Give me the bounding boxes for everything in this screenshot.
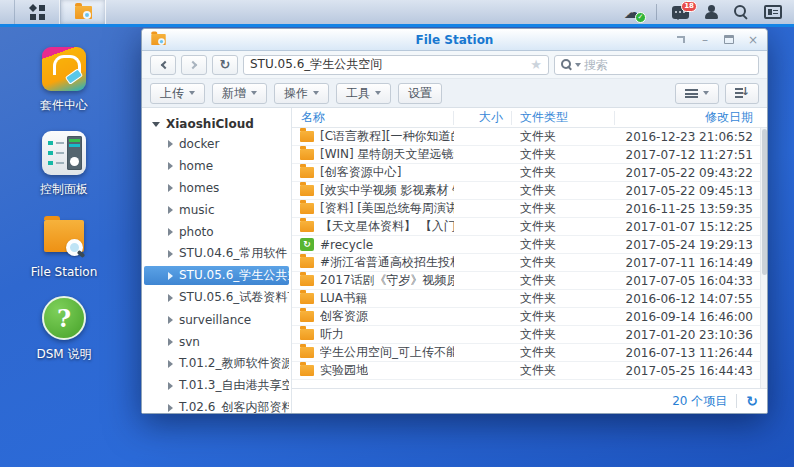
widgets-button[interactable] (764, 5, 782, 19)
status-divider (736, 394, 737, 408)
table-row[interactable]: 【天文星体资料】 【入门手册】 文件夹 2017-01-07 15:12:25 (292, 218, 767, 236)
cloud-sync-button[interactable]: ☁ ✓ (624, 4, 641, 21)
table-row[interactable]: LUA书籍 文件夹 2016-06-12 14:07:55 (292, 290, 767, 308)
table-row[interactable]: [WIN] 星特朗天文望远镜CD软件 文件夹 2017-07-12 11:27:… (292, 146, 767, 164)
sidebar-item[interactable]: svn (144, 332, 289, 351)
folder-icon (300, 329, 314, 340)
upload-button[interactable]: 上传 (150, 83, 205, 104)
table-row[interactable]: [效实中学视频 影视素材 锦集] [... 文件夹 2017-05-22 09:… (292, 182, 767, 200)
table-row[interactable]: 创客资源 文件夹 2016-09-14 16:46:00 (292, 308, 767, 326)
sidebar-item[interactable]: docker (144, 134, 289, 153)
window-titlebar[interactable]: File Station – × (142, 29, 767, 51)
table-row[interactable]: #浙江省普通高校招生投档及分数... 文件夹 2017-07-11 16:14:… (292, 254, 767, 272)
file-type-cell: 文件夹 (512, 146, 615, 163)
chevron-right-icon[interactable] (168, 140, 173, 148)
sidebar-item[interactable]: photo (144, 222, 289, 241)
desktop-icon-label: 控制面板 (40, 181, 88, 198)
column-header-date[interactable]: 修改日期 (615, 111, 767, 125)
notifications-button[interactable]: 18 (672, 6, 689, 19)
sidebar-item[interactable]: music (144, 200, 289, 219)
main-menu-icon (30, 5, 45, 20)
sidebar-item[interactable]: STU.05.6_学生公共空间 (144, 266, 289, 285)
chevron-right-icon[interactable] (168, 294, 173, 302)
column-header-type[interactable]: 文件类型 (512, 111, 615, 125)
table-row[interactable]: 听力 文件夹 2017-01-20 23:10:36 (292, 326, 767, 344)
forward-button[interactable] (181, 55, 207, 75)
scrollbar-thumb[interactable] (762, 129, 767, 275)
chevron-right-icon[interactable] (168, 228, 173, 236)
taskbar-search-button[interactable] (734, 5, 749, 20)
chevron-right-icon[interactable] (168, 206, 173, 214)
create-button[interactable]: 新增 (212, 83, 267, 104)
table-row[interactable]: [C语言教程][一种你知道的第N+... 文件夹 2016-12-23 21:0… (292, 128, 767, 146)
sort-button[interactable] (725, 83, 759, 104)
file-name: 创客资源 (320, 308, 368, 325)
file-name: [C语言教程][一种你知道的第N+... (320, 128, 454, 145)
sidebar-item[interactable]: T.02.6_创客内部资料 (144, 398, 289, 413)
chevron-right-icon[interactable] (168, 184, 173, 192)
refresh-icon: ↻ (220, 57, 231, 72)
table-row[interactable]: [资料] [美国总统每周演讲 he Pr... 文件夹 2016-11-25 1… (292, 200, 767, 218)
view-mode-button[interactable] (675, 83, 719, 104)
chevron-down-icon[interactable] (575, 63, 581, 67)
maximize-button[interactable] (723, 34, 735, 46)
file-type-cell: 文件夹 (512, 164, 615, 181)
search-input[interactable] (584, 58, 752, 72)
sidebar-item[interactable]: T.01.3_自由港共享空间 (144, 376, 289, 395)
chevron-down-icon (313, 91, 319, 95)
chevron-down-icon[interactable] (152, 122, 160, 127)
taskbar-file-station-button[interactable] (60, 0, 106, 24)
scrollbar-track[interactable] (760, 128, 767, 388)
folder-icon (300, 293, 314, 304)
close-button[interactable]: × (747, 34, 759, 46)
tools-button[interactable]: 工具 (336, 83, 391, 104)
refresh-list-button[interactable]: ↻ (746, 394, 758, 408)
column-header-name[interactable]: 名称 (292, 111, 454, 125)
favorite-star-icon[interactable]: ★ (530, 57, 542, 72)
chevron-right-icon[interactable] (168, 382, 173, 390)
desktop-icon-file-station[interactable]: File Station (14, 215, 114, 279)
sidebar-root-label: XiaoshiCloud (166, 117, 254, 131)
chevron-right-icon[interactable] (168, 250, 173, 258)
table-row[interactable]: 学生公用空间_可上传不能删除 文件夹 2016-07-13 11:26:44 (292, 344, 767, 362)
settings-button[interactable]: 设置 (398, 83, 442, 104)
path-field[interactable]: ★ (243, 55, 549, 75)
sidebar-item[interactable]: STU.04.6_常用软件 (144, 244, 289, 263)
chevron-right-icon[interactable] (168, 338, 173, 346)
desktop-icon-package-center[interactable]: 套件中心 (14, 47, 114, 114)
file-name: [资料] [美国总统每周演讲 he Pr... (320, 200, 454, 217)
file-date-cell: 2016-11-25 13:59:35 (615, 202, 767, 216)
sidebar-item[interactable]: homes (144, 178, 289, 197)
action-button[interactable]: 操作 (274, 83, 329, 104)
search-icon (734, 5, 749, 20)
sidebar-item[interactable]: home (144, 156, 289, 175)
column-header-size[interactable]: 大小 (454, 111, 512, 125)
sidebar-item[interactable]: T.01.2_教师软件资源区 (144, 354, 289, 373)
desktop-icon-dsm-help[interactable]: ? DSM 说明 (14, 296, 114, 363)
main-menu-button[interactable] (14, 0, 60, 24)
sidebar-root-item[interactable]: XiaoshiCloud (142, 114, 291, 134)
minimize-button[interactable]: – (699, 34, 711, 46)
sidebar-item[interactable]: STU.05.6_试卷资料下载 (144, 288, 289, 307)
table-row[interactable]: 实验园地 文件夹 2017-05-25 16:44:43 (292, 362, 767, 380)
person-icon (704, 5, 719, 19)
refresh-button[interactable]: ↻ (212, 55, 238, 75)
path-input[interactable] (250, 58, 530, 72)
pin-button[interactable] (675, 34, 687, 46)
sidebar-item[interactable]: surveillance (144, 310, 289, 329)
chevron-right-icon[interactable] (168, 360, 173, 368)
folder-icon (300, 131, 314, 142)
file-date-cell: 2016-07-13 11:26:44 (615, 346, 767, 360)
chevron-right-icon[interactable] (168, 316, 173, 324)
user-menu-button[interactable] (704, 5, 719, 19)
search-box[interactable] (554, 55, 759, 75)
table-row[interactable]: 2017话剧《守岁》视频原文件 文件夹 2017-07-05 16:04:33 (292, 272, 767, 290)
chevron-right-icon[interactable] (168, 162, 173, 170)
table-row[interactable]: [创客资源中心] 文件夹 2017-05-22 09:43:22 (292, 164, 767, 182)
desktop-icon-control-panel[interactable]: 控制面板 (14, 131, 114, 198)
back-button[interactable] (150, 55, 176, 75)
table-row[interactable]: #recycle 文件夹 2017-05-24 19:29:13 (292, 236, 767, 254)
chevron-right-icon[interactable] (168, 272, 173, 280)
folder-tree-sidebar: XiaoshiCloud docker home homes (142, 108, 292, 413)
chevron-right-icon[interactable] (168, 404, 173, 412)
